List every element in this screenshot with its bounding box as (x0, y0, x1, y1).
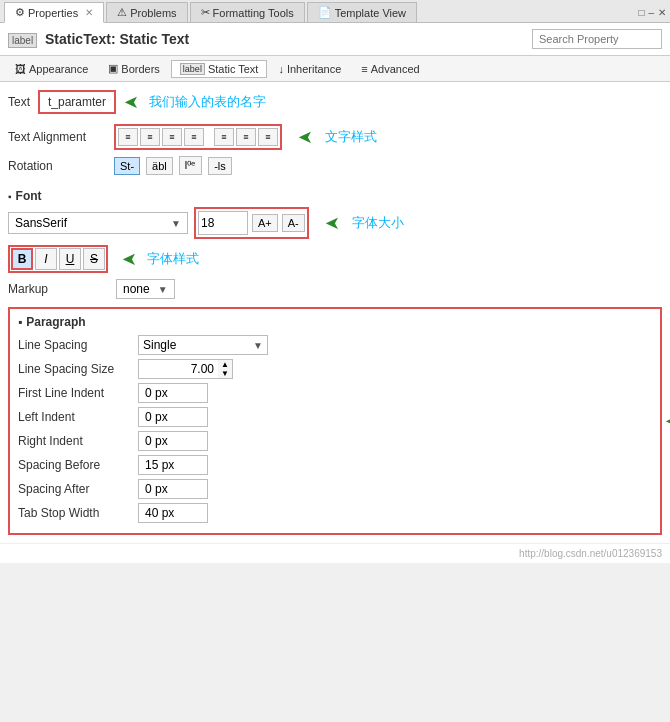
paragraph-section-title: ▪ Paragraph (18, 315, 652, 329)
sub-tab-inheritance[interactable]: ↓ Inheritance (269, 60, 350, 78)
line-spacing-size-input[interactable] (138, 359, 218, 379)
left-indent-label: Left Indent (18, 410, 138, 424)
font-size-arrow: ➤ (325, 212, 340, 234)
spacing-after-row: Spacing After 0 px (18, 479, 652, 499)
line-spacing-up-btn[interactable]: ▲ (218, 360, 232, 369)
align-middle-btn[interactable]: ≡ (236, 128, 256, 146)
align-right-btn[interactable]: ≡ (162, 128, 182, 146)
window-actions: □ – ✕ (638, 7, 666, 18)
tab-stop-label: Tab Stop Width (18, 506, 138, 520)
para-style-arrow: ➤ (665, 410, 670, 432)
minimize-icon[interactable]: – (648, 7, 654, 18)
sub-tab-borders[interactable]: ▣ Borders (99, 59, 169, 78)
markup-chevron-icon: ▼ (158, 284, 168, 295)
line-spacing-chevron-icon: ▼ (253, 340, 263, 351)
search-input[interactable] (532, 29, 662, 49)
right-indent-label: Right Indent (18, 434, 138, 448)
text-param-arrow: ➤ (124, 91, 139, 113)
font-increase-btn[interactable]: A+ (252, 214, 278, 232)
borders-icon: ▣ (108, 62, 118, 75)
label-badge: label (8, 33, 37, 48)
rotation-180[interactable]: l⁰ᵉ (179, 156, 202, 175)
align-left-btn[interactable]: ≡ (118, 128, 138, 146)
sub-tab-appearance[interactable]: 🖼 Appearance (6, 60, 97, 78)
close-icon[interactable]: ✕ (658, 7, 666, 18)
tab-problems[interactable]: ⚠ Problems (106, 2, 187, 22)
text-alignment-label: Text Alignment (8, 130, 108, 144)
italic-btn[interactable]: I (35, 248, 57, 270)
text-style-annotation: 文字样式 (325, 128, 377, 146)
line-spacing-size-label: Line Spacing Size (18, 362, 138, 376)
panel-title: label StaticText: Static Text (8, 31, 524, 47)
font-size-annotation: 字体大小 (352, 214, 404, 232)
align-justify-btn[interactable]: ≡ (184, 128, 204, 146)
font-style-arrow: ➤ (122, 248, 137, 270)
paragraph-section: ▪ Paragraph Line Spacing Single ▼ Line S… (8, 307, 662, 535)
formatting-icon: ✂ (201, 6, 210, 19)
right-indent-value[interactable]: 0 px (138, 431, 208, 451)
markup-select[interactable]: none ▼ (116, 279, 175, 299)
sub-tab-advanced-label: Advanced (371, 63, 420, 75)
para-style-annotation-container: ➤ 段落样式 (665, 410, 670, 432)
line-spacing-size-row: Line Spacing Size ▲ ▼ (18, 359, 652, 379)
first-line-indent-value[interactable]: 0 px (138, 383, 208, 403)
line-spacing-select[interactable]: Single ▼ (138, 335, 268, 355)
tab-close-icon[interactable]: ✕ (85, 7, 93, 18)
underline-btn[interactable]: U (59, 248, 81, 270)
align-bottom-btn[interactable]: ≡ (258, 128, 278, 146)
rotation-90[interactable]: äbl (146, 157, 173, 175)
text-param-value[interactable]: t_paramter (38, 90, 116, 114)
rotation-label: Rotation (8, 159, 108, 173)
align-top-btn[interactable]: ≡ (214, 128, 234, 146)
font-style-group: B I U S (8, 245, 108, 273)
sub-tab-advanced[interactable]: ≡ Advanced (352, 60, 428, 78)
advanced-icon: ≡ (361, 63, 367, 75)
rotation-normal[interactable]: St- (114, 157, 140, 175)
bold-btn[interactable]: B (11, 248, 33, 270)
font-style-annotation: 字体样式 (147, 250, 199, 268)
spacing-before-row: Spacing Before 15 px (18, 455, 652, 475)
tab-formatting-label: Formatting Tools (213, 7, 294, 19)
tab-problems-label: Problems (130, 7, 176, 19)
spacing-after-label: Spacing After (18, 482, 138, 496)
font-select-row: SansSerif ▼ 18 A+ A- ➤ 字体大小 (8, 207, 662, 239)
align-center-btn[interactable]: ≡ (140, 128, 160, 146)
appearance-icon: 🖼 (15, 63, 26, 75)
markup-row: Markup none ▼ (8, 279, 662, 299)
paragraph-section-label: Paragraph (26, 315, 85, 329)
sub-tab-static-text[interactable]: label Static Text (171, 60, 268, 78)
rotation-270[interactable]: -ls (208, 157, 232, 175)
maximize-icon[interactable]: □ (638, 7, 644, 18)
strikethrough-btn[interactable]: S (83, 248, 105, 270)
line-spacing-label: Line Spacing (18, 338, 138, 352)
first-line-indent-label: First Line Indent (18, 386, 138, 400)
footer: http://blog.csdn.net/u012369153 (0, 543, 670, 563)
font-size-select[interactable]: 18 (198, 211, 248, 235)
spacing-after-value[interactable]: 0 px (138, 479, 208, 499)
rotation-row: Rotation St- äbl l⁰ᵉ -ls (8, 156, 662, 175)
content-area: Text t_paramter ➤ 我们输入的表的名字 Text Alignme… (0, 82, 670, 543)
tab-formatting[interactable]: ✂ Formatting Tools (190, 2, 305, 22)
spacing-after-control: 0 px (138, 479, 208, 499)
text-style-arrow: ➤ (298, 126, 313, 148)
tab-template[interactable]: 📄 Template View (307, 2, 417, 22)
tab-properties[interactable]: ⚙ Properties ✕ (4, 2, 104, 23)
font-decrease-btn[interactable]: A- (282, 214, 305, 232)
first-line-indent-control: 0 px (138, 383, 208, 403)
first-line-indent-row: First Line Indent 0 px (18, 383, 652, 403)
sub-tabs: 🖼 Appearance ▣ Borders label Static Text… (0, 56, 670, 82)
right-indent-row: Right Indent 0 px (18, 431, 652, 451)
sub-tab-static-text-label: Static Text (208, 63, 259, 75)
tab-properties-label: Properties (28, 7, 78, 19)
font-family-select[interactable]: SansSerif ▼ (8, 212, 188, 234)
line-spacing-row: Line Spacing Single ▼ (18, 335, 652, 355)
font-collapse-icon[interactable]: ▪ (8, 191, 12, 202)
line-spacing-down-btn[interactable]: ▼ (218, 369, 232, 378)
panel-title-text: StaticText: Static Text (45, 31, 189, 47)
text-param-row: Text t_paramter ➤ 我们输入的表的名字 (8, 90, 662, 114)
left-indent-value[interactable]: 0 px (138, 407, 208, 427)
tab-stop-value[interactable]: 40 px (138, 503, 208, 523)
paragraph-collapse-icon[interactable]: ▪ (18, 315, 22, 329)
main-container: ⚙ Properties ✕ ⚠ Problems ✂ Formatting T… (0, 0, 670, 563)
spacing-before-value[interactable]: 15 px (138, 455, 208, 475)
